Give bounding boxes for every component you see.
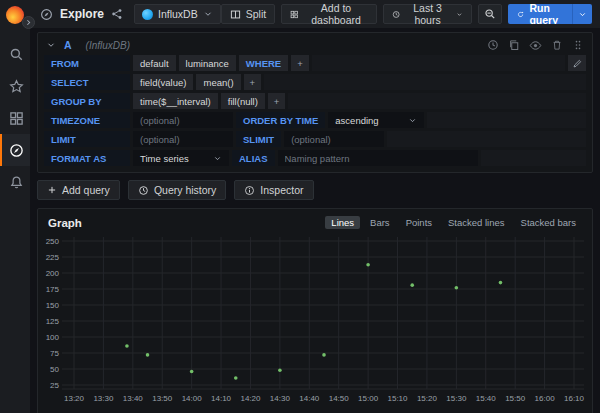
zoom-out-icon <box>484 8 496 20</box>
compass-icon <box>9 143 24 158</box>
collapse-chevron-icon[interactable] <box>46 40 56 50</box>
sidebar-item-starred[interactable] <box>0 70 30 102</box>
row-filler <box>387 131 586 147</box>
zoom-out-button[interactable] <box>478 4 502 24</box>
run-query-label: Run query <box>529 4 563 24</box>
timezone-label: TIMEZONE <box>44 112 130 128</box>
query-row-group-by: GROUP BY time($__interval) fill(null) + <box>44 93 586 109</box>
sidebar-item-dashboards[interactable] <box>0 102 30 134</box>
run-query-button[interactable]: Run query <box>508 4 572 24</box>
svg-text:14:40: 14:40 <box>299 394 320 403</box>
slimit-input[interactable] <box>284 131 384 147</box>
slimit-label: SLIMIT <box>236 131 281 147</box>
topbar: Explore InfluxDB Split Add to dashboard … <box>30 0 600 28</box>
run-query-dropdown[interactable] <box>572 4 592 24</box>
mode-stacked-lines-button[interactable]: Stacked lines <box>442 216 511 229</box>
query-row-timezone: TIMEZONE ORDER BY TIME ascending <box>44 112 586 128</box>
svg-text:15:40: 15:40 <box>476 394 497 403</box>
copy-query-icon[interactable] <box>508 39 520 51</box>
edit-raw-query-button[interactable] <box>568 55 586 71</box>
svg-text:14:30: 14:30 <box>270 394 291 403</box>
sidebar-expand-button[interactable] <box>22 16 35 29</box>
sidebar-item-explore[interactable] <box>0 134 30 166</box>
alias-label: ALIAS <box>232 150 275 166</box>
select-add-button[interactable]: + <box>244 74 262 90</box>
group-by-add-button[interactable]: + <box>268 93 286 109</box>
from-measurement-part[interactable]: luminance <box>179 55 236 71</box>
svg-text:14:00: 14:00 <box>182 394 203 403</box>
svg-text:200: 200 <box>46 269 60 278</box>
limit-input[interactable] <box>133 131 233 147</box>
time-range-picker[interactable]: Last 3 hours <box>383 4 472 24</box>
mode-lines-button[interactable]: Lines <box>325 216 360 229</box>
info-icon <box>244 185 255 196</box>
svg-text:14:20: 14:20 <box>240 394 261 403</box>
history-icon <box>138 185 149 196</box>
mode-stacked-bars-button[interactable]: Stacked bars <box>515 216 582 229</box>
split-button[interactable]: Split <box>221 4 275 24</box>
svg-text:15:20: 15:20 <box>417 394 438 403</box>
delete-query-trash-icon[interactable] <box>551 39 563 51</box>
svg-text:16:00: 16:00 <box>535 394 556 403</box>
datasource-name: InfluxDB <box>158 8 198 20</box>
chevron-down-icon <box>203 9 213 19</box>
select-field-part[interactable]: field(value) <box>133 74 193 90</box>
where-add-button[interactable]: + <box>291 55 309 71</box>
query-row-limit: LIMIT SLIMIT <box>44 131 586 147</box>
order-by-time-select[interactable]: ascending <box>328 112 424 128</box>
svg-text:14:50: 14:50 <box>329 394 350 403</box>
from-db-part[interactable]: default <box>133 55 176 71</box>
svg-text:150: 150 <box>46 301 60 310</box>
limit-input-wrap <box>133 131 233 147</box>
time-range-label: Last 3 hours <box>406 2 450 26</box>
mode-points-button[interactable]: Points <box>400 216 438 229</box>
svg-text:16:10: 16:10 <box>564 394 585 403</box>
timeseries-chart: 25507510012515017520022525013:2013:3013:… <box>42 235 590 411</box>
select-fn-part[interactable]: mean() <box>196 74 240 90</box>
timezone-input[interactable] <box>133 112 233 128</box>
graph-panel: Graph Lines Bars Points Stacked lines St… <box>37 208 593 413</box>
sync-icon <box>517 9 524 20</box>
svg-text:15:50: 15:50 <box>505 394 526 403</box>
svg-text:13:40: 13:40 <box>123 394 144 403</box>
row-filler <box>481 150 587 166</box>
drag-handle-icon[interactable] <box>572 39 584 51</box>
share-icon[interactable] <box>111 8 123 20</box>
mode-bars-button[interactable]: Bars <box>364 216 396 229</box>
datasource-picker[interactable]: InfluxDB <box>134 4 221 24</box>
chevron-down-icon <box>213 154 222 163</box>
format-as-value: Time series <box>140 153 189 164</box>
inspector-button[interactable]: Inspector <box>234 180 313 200</box>
chevron-down-icon <box>408 116 417 125</box>
query-history-button[interactable]: Query history <box>128 180 226 200</box>
format-as-select[interactable]: Time series <box>133 150 229 166</box>
select-label: SELECT <box>44 74 130 90</box>
svg-text:175: 175 <box>46 285 60 294</box>
svg-text:100: 100 <box>46 333 60 342</box>
disable-query-eye-icon[interactable] <box>529 39 542 52</box>
explore-content: A (InfluxDB) FROM default luminance WHER… <box>30 28 600 413</box>
inspector-label: Inspector <box>260 184 303 196</box>
row-filler <box>264 74 586 90</box>
sidebar-item-search[interactable] <box>0 38 30 70</box>
group-by-fill-part[interactable]: fill(null) <box>221 93 265 109</box>
graph-mode-toggle: Lines Bars Points Stacked lines Stacked … <box>325 216 582 229</box>
alias-input[interactable] <box>278 150 478 166</box>
pencil-icon <box>572 58 583 69</box>
sidebar-item-alerting[interactable] <box>0 166 30 198</box>
chart-canvas[interactable]: 25507510012515017520022525013:2013:3013:… <box>38 233 592 411</box>
query-row-from: FROM default luminance WHERE + <box>44 55 586 71</box>
graph-header: Graph Lines Bars Points Stacked lines St… <box>38 209 592 233</box>
alias-input-wrap <box>278 150 478 166</box>
dashboards-grid-icon <box>9 111 24 126</box>
page-title: Explore <box>60 7 104 21</box>
group-by-time-part[interactable]: time($__interval) <box>133 93 218 109</box>
order-by-time-label: ORDER BY TIME <box>236 112 325 128</box>
query-row-format: FORMAT AS Time series ALIAS <box>44 150 586 166</box>
query-history-icon[interactable] <box>487 39 499 51</box>
clock-icon <box>392 9 400 20</box>
where-keyword: WHERE <box>239 55 288 71</box>
slimit-input-wrap <box>284 131 384 147</box>
add-query-button[interactable]: Add query <box>37 180 120 200</box>
add-to-dashboard-button[interactable]: Add to dashboard <box>281 4 377 24</box>
